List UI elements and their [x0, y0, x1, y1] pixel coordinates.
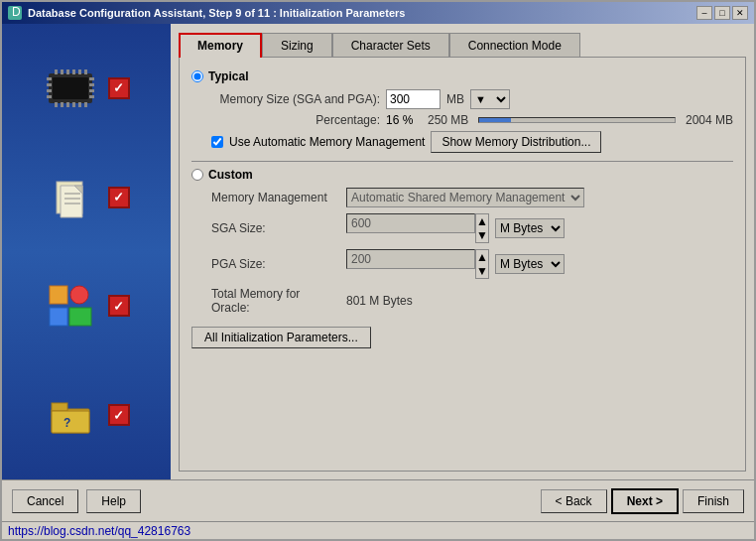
left-panel-row-3: ✓	[12, 284, 161, 329]
all-init-params-button[interactable]: All Initialization Parameters...	[191, 327, 371, 348]
percentage-slider-track	[478, 117, 676, 123]
sga-spin-buttons[interactable]: ▲ ▼	[475, 213, 489, 243]
next-button[interactable]: Next >	[611, 488, 679, 514]
svg-rect-7	[72, 69, 75, 74]
tab-sizing[interactable]: Sizing	[262, 33, 332, 58]
pga-size-input[interactable]	[346, 249, 475, 269]
svg-rect-17	[47, 83, 52, 86]
auto-memory-label: Use Automatic Memory Management	[229, 135, 425, 149]
svg-rect-10	[55, 102, 58, 107]
svg-rect-22	[89, 89, 94, 92]
memory-mgmt-dropdown[interactable]: Automatic Shared Memory Management	[346, 188, 584, 207]
sga-spin-up[interactable]: ▲	[476, 214, 488, 228]
svg-rect-8	[78, 69, 81, 74]
svg-rect-12	[66, 102, 69, 107]
status-text: https://blog.csdn.net/qq_42816763	[8, 524, 190, 538]
all-params-section: All Initialization Parameters...	[191, 327, 733, 348]
svg-rect-33	[50, 286, 67, 304]
memory-size-row: Memory Size (SGA and PGA): MB ▼	[211, 89, 733, 109]
checkmark-badge-1: ✓	[108, 77, 130, 99]
pga-spin-down[interactable]: ▼	[476, 264, 488, 278]
left-panel-row-2: ✓	[12, 175, 161, 219]
percentage-value: 16 %	[386, 113, 418, 127]
svg-rect-14	[78, 102, 81, 107]
tab-bar: Memory Sizing Character Sets Connection …	[179, 32, 746, 57]
svg-rect-9	[84, 69, 87, 74]
status-bar: https://blog.csdn.net/qq_42816763	[2, 521, 754, 539]
total-memory-row: Total Memory for Oracle: 801 M Bytes	[211, 287, 733, 315]
sga-size-input[interactable]	[346, 213, 475, 233]
percentage-row: Percentage: 16 % 250 MB 2004 MB	[211, 113, 733, 127]
memory-size-label: Memory Size (SGA and PGA):	[211, 92, 380, 106]
bottom-right-buttons: < Back Next > Finish	[541, 488, 744, 514]
custom-radio[interactable]	[191, 169, 203, 181]
svg-rect-3	[53, 77, 88, 99]
sga-spin-wrap: ▲ ▼	[346, 213, 489, 243]
pga-size-label: PGA Size:	[211, 257, 340, 271]
sga-size-row: SGA Size: ▲ ▼ M Bytes	[211, 213, 733, 243]
svg-rect-5	[61, 69, 63, 74]
memory-unit-label: MB	[446, 92, 464, 106]
help-button[interactable]: Help	[86, 489, 141, 513]
cancel-button[interactable]: Cancel	[12, 489, 78, 513]
memory-mgmt-label: Memory Management	[211, 191, 340, 204]
svg-rect-18	[47, 89, 52, 92]
tab-character-sets[interactable]: Character Sets	[332, 33, 449, 58]
left-panel-row-1: ✓	[12, 66, 161, 110]
back-button[interactable]: < Back	[541, 489, 607, 513]
svg-rect-23	[89, 95, 94, 98]
percentage-slider-fill	[479, 118, 510, 122]
typical-radio-label[interactable]: Typical	[191, 69, 733, 83]
folder-icon-container: ?	[44, 393, 98, 438]
finish-button[interactable]: Finish	[683, 489, 744, 513]
svg-rect-13	[72, 102, 75, 107]
typical-radio[interactable]	[191, 70, 203, 82]
window-body: ✓	[2, 24, 754, 539]
svg-rect-20	[89, 77, 94, 80]
tab-content-memory: Typical Memory Size (SGA and PGA): MB ▼	[179, 57, 746, 472]
custom-fields: Memory Management Automatic Shared Memor…	[211, 188, 733, 315]
window-title: Database Configuration Assistant, Step 9…	[28, 7, 405, 19]
svg-rect-21	[89, 83, 94, 86]
close-button[interactable]: ✕	[732, 6, 748, 20]
percentage-label: Percentage:	[211, 113, 380, 127]
docs-icon-container	[44, 175, 98, 219]
pga-unit-dropdown[interactable]: M Bytes	[495, 254, 565, 274]
min-value-label: 250 MB	[428, 113, 468, 127]
divider	[191, 161, 733, 162]
maximize-button[interactable]: □	[714, 6, 730, 20]
tab-memory[interactable]: Memory	[179, 33, 262, 58]
memory-unit-dropdown[interactable]: ▼	[470, 89, 510, 109]
pga-spin-up[interactable]: ▲	[476, 250, 488, 264]
svg-text:D: D	[12, 7, 21, 19]
sga-unit-dropdown[interactable]: M Bytes	[495, 218, 565, 238]
pga-size-row: PGA Size: ▲ ▼ M Bytes	[211, 249, 733, 279]
left-panel: ✓	[2, 24, 171, 479]
svg-rect-38	[52, 403, 67, 411]
memory-size-input[interactable]	[386, 89, 441, 109]
sga-spin-down[interactable]: ▼	[476, 228, 488, 242]
svg-rect-11	[61, 102, 63, 107]
svg-rect-15	[84, 102, 87, 107]
minimize-button[interactable]: –	[696, 6, 712, 20]
svg-rect-35	[50, 308, 67, 326]
custom-radio-label[interactable]: Custom	[191, 168, 733, 182]
bottom-bar: Cancel Help < Back Next > Finish	[2, 479, 754, 521]
checkmark-badge-2: ✓	[108, 187, 130, 208]
title-bar-left: D Database Configuration Assistant, Step…	[8, 6, 405, 20]
window-controls: – □ ✕	[696, 6, 748, 20]
checkmark-badge-4: ✓	[108, 404, 130, 426]
chip-icon-container	[44, 66, 98, 110]
left-panel-row-4: ? ✓	[12, 393, 161, 438]
pga-spin-buttons[interactable]: ▲ ▼	[475, 249, 489, 279]
svg-rect-6	[66, 69, 69, 74]
memory-mgmt-row: Memory Management Automatic Shared Memor…	[211, 188, 733, 207]
svg-rect-36	[69, 308, 91, 326]
tab-connection-mode[interactable]: Connection Mode	[449, 33, 580, 58]
docs-icon	[47, 174, 94, 221]
show-memory-distribution-button[interactable]: Show Memory Distribution...	[431, 131, 601, 153]
app-icon: D	[8, 6, 22, 20]
auto-memory-checkbox[interactable]	[211, 136, 223, 148]
auto-memory-row: Use Automatic Memory Management Show Mem…	[211, 131, 733, 153]
chip-icon	[47, 69, 94, 107]
